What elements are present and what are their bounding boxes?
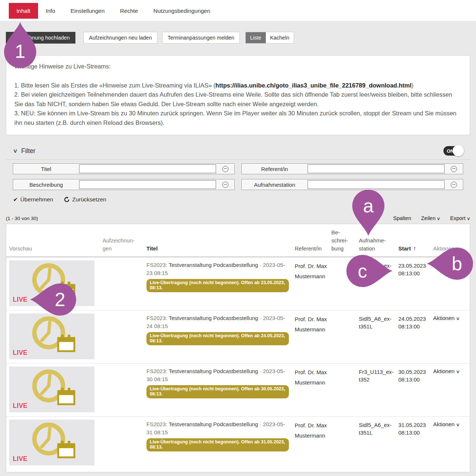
actions-dropdown[interactable]: Aktionen∨ bbox=[433, 367, 467, 416]
view-list-button[interactable]: Liste bbox=[246, 32, 266, 43]
annotation-pin-2-label: 2 bbox=[44, 283, 76, 316]
col-header-line: station bbox=[359, 245, 398, 253]
col-header-line: Aufzeichnun- bbox=[103, 237, 146, 245]
chevron-down-icon: ∨ bbox=[466, 216, 471, 221]
tab-rechte[interactable]: Rechte bbox=[112, 3, 146, 19]
col-header-aufnahmestation[interactable]: Aufnahme- station bbox=[359, 237, 398, 253]
reload-recordings-button[interactable]: Aufzeichnungen neu laden bbox=[83, 32, 157, 44]
filter-field-titel: Titel bbox=[13, 163, 235, 174]
export-dropdown-label: Export bbox=[450, 215, 465, 221]
table-row: LIVE FS2023: Testveranstaltung Podcastbe… bbox=[6, 416, 470, 469]
preview-thumbnail[interactable]: LIVE bbox=[9, 367, 94, 412]
annotation-pin-b-label: b bbox=[441, 248, 473, 280]
toggle-knob[interactable] bbox=[453, 145, 464, 156]
referent-cell: Prof. Dr. Max Mustermann bbox=[295, 367, 331, 416]
title-link[interactable]: Testveranstaltung Podcastbestellung bbox=[169, 315, 258, 321]
preview-thumbnail[interactable]: LIVE bbox=[9, 313, 94, 359]
aufzeichnungen-cell bbox=[103, 420, 146, 469]
remove-filter-beschreibung-button[interactable] bbox=[216, 179, 234, 190]
filter-title: Filter bbox=[21, 147, 36, 155]
filter-on-toggle[interactable]: ON bbox=[443, 146, 463, 156]
station-cell: Sidl5_A6_ex- t351L bbox=[359, 420, 398, 469]
minus-circle-icon bbox=[222, 166, 228, 172]
remove-filter-aufnahmestation-button[interactable] bbox=[445, 179, 463, 190]
table-header-row: Vorschau Aufzeichnun- gen Titel Referent… bbox=[6, 224, 470, 257]
live-badge: LIVE bbox=[13, 349, 27, 357]
start-cell: 24.05.2023 08:13:00 bbox=[398, 313, 433, 363]
station-cell: Fr3_U113_ex- t352 bbox=[359, 367, 398, 416]
col-header-aufzeichnungen[interactable]: Aufzeichnun- gen bbox=[103, 237, 146, 253]
tab-info[interactable]: Info bbox=[38, 3, 63, 19]
title-link[interactable]: Testveranstaltung Podcastbestellung bbox=[169, 368, 258, 374]
filter-field-beschreibung: Beschreibung bbox=[13, 179, 235, 190]
notice-item-1-close: ) bbox=[412, 82, 414, 89]
actions-dropdown[interactable]: Aktionen∨ bbox=[433, 420, 467, 469]
rows-dropdown-label: Zeilen bbox=[421, 215, 436, 221]
live-badge: LIVE bbox=[13, 455, 27, 463]
filter-collapse-toggle[interactable]: ∨ Filter bbox=[13, 147, 36, 155]
apply-filter-label: Übernehmen bbox=[21, 196, 53, 203]
filter-input-referent[interactable] bbox=[308, 164, 445, 173]
start-cell: 31.05.2023 08:13:00 bbox=[398, 420, 433, 469]
title-cell: FS2023: Testveranstaltung Podcastbestell… bbox=[146, 367, 295, 416]
status-badge: Live-Übertragung (noch nicht begonnen). … bbox=[146, 438, 289, 451]
col-header-referent[interactable]: Referent/in bbox=[295, 245, 331, 253]
reset-icon bbox=[64, 197, 70, 202]
tab-inhalt[interactable]: Inhalt bbox=[9, 3, 38, 19]
title-link[interactable]: Testveranstaltung Podcastbestellung bbox=[169, 262, 258, 268]
view-tiles-button[interactable]: Kacheln bbox=[266, 32, 294, 43]
clock-calendar-icon bbox=[27, 421, 76, 462]
actions-label: Aktionen bbox=[433, 315, 454, 321]
export-dropdown[interactable]: Export∨ bbox=[450, 215, 470, 221]
apply-filter-button[interactable]: ✔ Übernehmen bbox=[13, 196, 53, 203]
status-badge: Live-Übertragung (noch nicht begonnen). … bbox=[146, 279, 289, 292]
station-line: t351L bbox=[359, 323, 398, 330]
minus-circle-icon bbox=[451, 166, 457, 172]
columns-button[interactable]: Spalten bbox=[393, 215, 411, 221]
start-time: 08:13:00 bbox=[398, 323, 433, 330]
tab-einstellungen[interactable]: Einstellungen bbox=[63, 3, 112, 19]
filter-label-titel: Titel bbox=[13, 164, 79, 174]
table-row: LIVE FS2023: Testveranstaltung Podcastbe… bbox=[6, 310, 470, 363]
aufzeichnungen-cell bbox=[103, 367, 146, 416]
title-link[interactable]: Testveranstaltung Podcastbestellung bbox=[169, 421, 258, 427]
filter-label-referent: Referent/in bbox=[242, 164, 308, 174]
title-prefix: FS2023: bbox=[146, 421, 167, 427]
report-schedule-changes-button[interactable]: Terminanpassungen melden bbox=[162, 32, 240, 44]
col-header-vorschau[interactable]: Vorschau bbox=[9, 245, 103, 253]
notice-link[interactable]: https://ilias.unibe.ch/goto_ilias3_unibe… bbox=[215, 82, 411, 89]
notice-item-3: 3. NEU: Sie können im Live-Stream bis zu… bbox=[14, 109, 462, 127]
start-time: 08:13:00 bbox=[398, 429, 433, 436]
start-date: 31.05.2023 bbox=[398, 421, 433, 429]
reset-filter-button[interactable]: Zurücksetzen bbox=[64, 196, 106, 203]
notice-item-1-text: 1. Bitte lesen Sie als Erstes die «Hinwe… bbox=[14, 82, 215, 89]
rows-dropdown[interactable]: Zeilen∨ bbox=[421, 215, 440, 221]
actions-label: Aktionen bbox=[433, 368, 454, 374]
filter-input-titel[interactable] bbox=[79, 164, 216, 173]
start-date: 30.05.2023 bbox=[398, 368, 433, 376]
referent-cell: Prof. Dr. Max Mustermann bbox=[295, 313, 331, 363]
actions-dropdown[interactable]: Aktionen∨ bbox=[433, 313, 467, 363]
result-count: (1 - 30 von 30) bbox=[6, 216, 38, 221]
col-header-titel[interactable]: Titel bbox=[146, 245, 295, 253]
live-badge: LIVE bbox=[13, 402, 27, 410]
filter-label-beschreibung: Beschreibung bbox=[13, 179, 79, 190]
beschreibung-cell bbox=[331, 420, 359, 469]
filter-input-beschreibung[interactable] bbox=[79, 180, 216, 189]
title-cell: FS2023: Testveranstaltung Podcastbestell… bbox=[146, 420, 295, 469]
filter-input-aufnahmestation[interactable] bbox=[308, 180, 445, 189]
tab-nutzungsbedingungen[interactable]: Nutzungsbedingungen bbox=[146, 3, 218, 19]
beschreibung-cell bbox=[331, 367, 359, 416]
col-header-line: schrei- bbox=[331, 237, 359, 245]
filter-label-aufnahmestation: Aufnahmestation bbox=[242, 179, 308, 190]
filter-panel: ∨ Filter ON Titel Referent/in Beschreibu… bbox=[6, 143, 470, 208]
status-badge: Live-Übertragung (noch nicht begonnen). … bbox=[146, 385, 289, 398]
remove-filter-referent-button[interactable] bbox=[445, 164, 463, 174]
remove-filter-titel-button[interactable] bbox=[216, 164, 234, 174]
station-cell: Sidl5_A6_ex- t351L bbox=[359, 313, 398, 363]
aufzeichnungen-cell bbox=[103, 260, 146, 310]
col-header-line: Aufnahme- bbox=[359, 237, 398, 245]
table-row: LIVE FS2023: Testveranstaltung Podcastbe… bbox=[6, 363, 470, 416]
col-header-line: gen bbox=[103, 245, 146, 253]
preview-thumbnail[interactable]: LIVE bbox=[9, 420, 94, 465]
